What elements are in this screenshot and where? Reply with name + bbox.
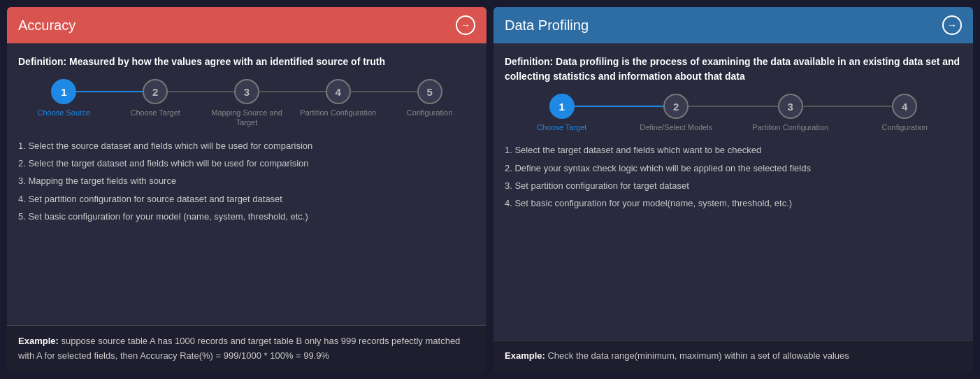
step-label-2: Choose Target [131,108,180,117]
data-profiling-definition: Definition: Data profiling is the proces… [505,55,962,84]
list-item-3: 3. Set partition configuration for targe… [505,178,962,194]
step-label-5: Configuration [407,108,452,117]
accuracy-arrow[interactable]: → [456,15,475,35]
step-label-4: Configuration [882,122,928,132]
step-label-1: Choose Target [537,122,586,132]
list-item-4: 4. Set partition configuration for sourc… [18,191,475,207]
step-num-2: 2 [143,79,168,104]
accuracy-example: Example: suppose source table A has 1000… [7,325,487,372]
accuracy-steps-list: 1. Select the source dataset and fields … [18,138,475,227]
step-3[interactable]: 3Partition Configuration [733,94,848,132]
list-item-1: 1. Select the source dataset and fields … [18,138,475,154]
data-profiling-card: Data Profiling → Definition: Data profil… [493,7,973,372]
step-label-3: Mapping Source and Target [201,108,293,128]
data-profiling-example-label: Example: [505,350,545,361]
step-label-3: Partition Configuration [752,122,828,132]
step-1[interactable]: 1Choose Target [505,94,619,132]
step-num-3: 3 [778,94,803,119]
list-item-2: 2. Define your syntax check logic which … [505,160,962,176]
step-4[interactable]: 4Partition Configuration [292,79,384,117]
accuracy-card: Accuracy → Definition: Measured by how t… [7,7,487,372]
step-3[interactable]: 3Mapping Source and Target [201,79,293,128]
step-1[interactable]: 1Choose Source [18,79,110,117]
step-num-1: 1 [549,94,575,119]
data-profiling-title: Data Profiling [505,17,589,34]
step-2[interactable]: 2Choose Target [110,79,201,117]
data-profiling-header: Data Profiling → [493,7,973,43]
data-profiling-arrow[interactable]: → [942,15,962,35]
list-item-5: 5. Set basic configuration for your mode… [18,208,475,224]
step-num-5: 5 [417,79,442,104]
list-item-3: 3. Mapping the target fields with source [18,173,475,189]
accuracy-definition: Definition: Measured by how the values a… [18,55,475,69]
accuracy-header: Accuracy → [7,7,487,43]
step-5[interactable]: 5Configuration [384,79,475,117]
accuracy-example-text: suppose source table A has 1000 records … [18,336,460,361]
data-profiling-body: Definition: Data profiling is the proces… [493,43,973,340]
step-2[interactable]: 2Define/Select Models [619,94,734,132]
list-item-4: 4. Set basic configuration for your mode… [505,195,962,211]
data-profiling-example: Example: Check the data range(minimum, m… [493,340,973,372]
data-profiling-example-text: Check the data range(minimum, maximum) w… [545,350,849,361]
accuracy-body: Definition: Measured by how the values a… [7,43,487,325]
list-item-1: 1. Select the target dataset and fields … [505,142,962,158]
data-profiling-stepper: 1Choose Target2Define/Select Models3Part… [505,94,962,132]
data-profiling-steps-list: 1. Select the target dataset and fields … [505,142,962,213]
accuracy-stepper: 1Choose Source2Choose Target3Mapping Sou… [18,79,475,128]
step-4[interactable]: 4Configuration [848,94,963,132]
list-item-2: 2. Select the target dataset and fields … [18,155,475,171]
accuracy-title: Accuracy [18,17,75,34]
step-num-4: 4 [326,79,351,104]
step-num-3: 3 [234,79,259,104]
accuracy-example-label: Example: [18,336,59,346]
step-num-4: 4 [892,94,917,119]
step-num-2: 2 [663,94,689,119]
step-num-1: 1 [51,79,76,104]
step-label-4: Partition Configuration [300,108,376,117]
step-label-1: Choose Source [37,108,90,117]
step-label-2: Define/Select Models [640,122,712,132]
